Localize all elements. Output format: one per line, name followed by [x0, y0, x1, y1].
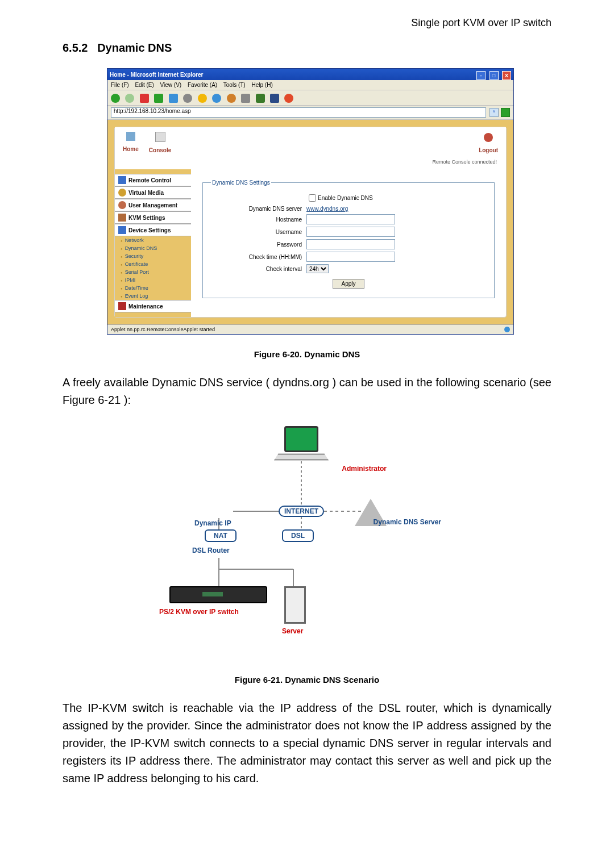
sub-network[interactable]: Network [115, 236, 191, 244]
label-dsl-router: DSL Router [192, 546, 230, 554]
sub-certificate[interactable]: Certificate [115, 260, 191, 268]
check-interval-label: Check interval [211, 266, 306, 272]
laptop-icon [273, 426, 330, 460]
home-link[interactable]: Home [123, 132, 139, 155]
device-icon [118, 226, 126, 234]
main-panel: Dynamic DNS Settings Enable Dynamic DNS … [191, 169, 506, 317]
remote-icon [118, 176, 126, 184]
statusbar-text: Applet nn.pp.rc.RemoteConsoleApplet star… [111, 327, 215, 332]
sub-event-log[interactable]: Event Log [115, 292, 191, 300]
media-label: Virtual Media [128, 190, 164, 196]
section-number: 6.5.2 [63, 41, 88, 54]
menu-view[interactable]: View (V) [160, 82, 182, 88]
sidebar-item-virtual-media[interactable]: Virtual Media [115, 186, 191, 199]
section-heading: 6.5.2 Dynamic DNS [63, 41, 551, 55]
word-icon[interactable] [270, 94, 279, 103]
window-buttons: - □ X [475, 69, 511, 80]
edit-icon[interactable] [256, 94, 265, 103]
hostname-input[interactable] [306, 214, 395, 224]
print-icon[interactable] [241, 94, 250, 103]
ddns-fieldset: Dynamic DNS Settings Enable Dynamic DNS … [202, 180, 495, 298]
menubar: File (F) Edit (E) View (V) Favorite (A) … [107, 80, 513, 90]
user-label: User Management [128, 202, 177, 208]
minimize-button[interactable]: - [476, 71, 486, 80]
figure-6-21-diagram: Administrator INTERNET Dynamic IP Dynami… [159, 422, 455, 660]
check-interval-select[interactable]: 24h [306, 264, 329, 273]
sidebar: Remote Control Virtual Media User Manage… [115, 169, 191, 317]
server-link[interactable]: www.dyndns.org [306, 206, 348, 212]
history-icon[interactable] [212, 94, 221, 103]
favorites-icon[interactable] [198, 94, 207, 103]
menu-edit[interactable]: Edit (E) [135, 82, 154, 88]
maint-label: Maintenance [128, 303, 163, 310]
hostname-label: Hostname [211, 216, 306, 223]
home-icon[interactable] [169, 94, 178, 103]
console-link[interactable]: Console [149, 132, 171, 155]
figure-6-20-caption: Figure 6-20. Dynamic DNS [63, 349, 551, 359]
sub-ipmi[interactable]: IPMI [115, 276, 191, 284]
sidebar-item-remote-control[interactable]: Remote Control [115, 174, 191, 186]
label-ddns-server: Dynamic DNS Server [374, 518, 441, 526]
search-icon[interactable] [183, 94, 192, 103]
password-input[interactable] [306, 239, 395, 249]
device-label: Device Settings [128, 227, 171, 233]
username-label: Username [211, 229, 306, 235]
maint-icon [118, 302, 126, 310]
address-bar: http://192.168.10.23/home.asp v [107, 106, 513, 120]
check-time-input[interactable] [306, 252, 395, 262]
window-title: Home - Microsoft Internet Explorer [110, 72, 203, 78]
logout-label: Logout [479, 147, 498, 153]
username-input[interactable] [306, 227, 395, 237]
close-button[interactable]: X [502, 71, 511, 80]
check-time-label: Check time (HH:MM) [211, 254, 306, 260]
console-icon [155, 132, 165, 142]
sub-date-time[interactable]: Date/Time [115, 284, 191, 292]
logout-link[interactable]: Logout [479, 133, 498, 155]
sidebar-item-maintenance[interactable]: Maintenance [115, 300, 191, 312]
logout-icon [484, 133, 493, 142]
kvm-icon [118, 214, 126, 222]
server-icon [284, 586, 306, 624]
menu-favorite[interactable]: Favorite (A) [188, 82, 217, 88]
console-label: Console [149, 147, 171, 153]
messenger-icon[interactable] [284, 94, 293, 103]
label-internet: INTERNET [279, 506, 324, 517]
mail-icon[interactable] [227, 94, 236, 103]
paragraph-2: The IP-KVM switch is reachable via the I… [63, 699, 551, 787]
label-administrator: Administrator [342, 465, 387, 473]
user-icon [118, 201, 126, 209]
label-server: Server [282, 627, 303, 635]
titlebar: Home - Microsoft Internet Explorer - □ X [107, 69, 513, 80]
sidebar-item-device-settings[interactable]: Device Settings [115, 224, 191, 236]
sidebar-item-user-management[interactable]: User Management [115, 199, 191, 211]
address-input[interactable]: http://192.168.10.23/home.asp [111, 107, 486, 118]
label-dynamic-ip: Dynamic IP [194, 519, 231, 527]
label-nat: NAT [205, 529, 237, 542]
menu-tools[interactable]: Tools (T) [223, 82, 246, 88]
sub-dynamic-dns[interactable]: Dynamic DNS [115, 244, 191, 252]
figure-6-21-caption: Figure 6-21. Dynamic DNS Scenario [63, 675, 551, 685]
enable-checkbox[interactable] [309, 194, 316, 202]
maximize-button[interactable]: □ [489, 71, 499, 80]
home-app-icon [126, 132, 135, 141]
enable-label: Enable Dynamic DNS [318, 195, 373, 201]
kvm-label: KVM Settings [128, 215, 165, 221]
forward-icon[interactable] [125, 94, 134, 103]
section-title-text: Dynamic DNS [97, 41, 172, 54]
go-button[interactable] [501, 108, 510, 117]
ie-statusbar: Applet nn.pp.rc.RemoteConsoleApplet star… [107, 324, 513, 334]
menu-file[interactable]: File (F) [111, 82, 129, 88]
back-icon[interactable] [111, 94, 120, 103]
stop-icon[interactable] [140, 94, 149, 103]
label-ps2-kvm: PS/2 KVM over IP switch [159, 608, 239, 616]
label-dsl: DSL [282, 529, 314, 542]
sub-serial-port[interactable]: Serial Port [115, 268, 191, 276]
menu-help[interactable]: Help (H) [252, 82, 273, 88]
ddns-legend: Dynamic DNS Settings [211, 180, 271, 186]
password-label: Password [211, 241, 306, 248]
sub-security[interactable]: Security [115, 252, 191, 260]
address-drop-icon[interactable]: v [489, 108, 499, 117]
apply-button[interactable]: Apply [333, 279, 364, 289]
sidebar-item-kvm-settings[interactable]: KVM Settings [115, 211, 191, 224]
refresh-icon[interactable] [154, 94, 163, 103]
